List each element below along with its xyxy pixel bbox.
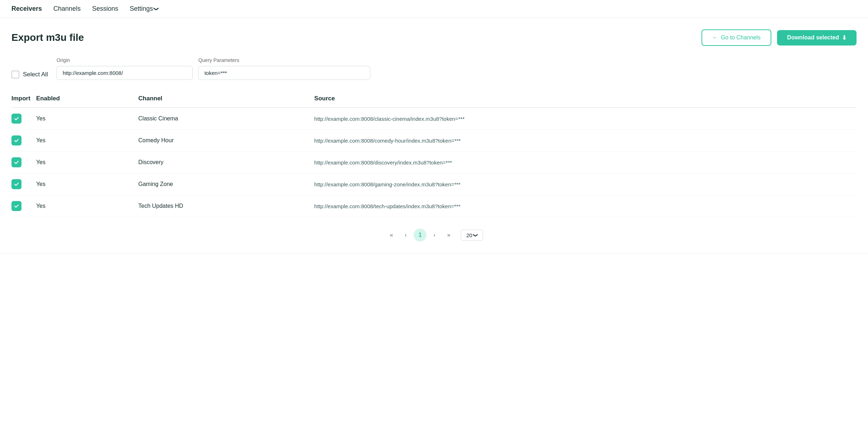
row-import-checkbox[interactable]: [11, 114, 21, 124]
per-page-selector[interactable]: 20 ❯: [461, 230, 483, 241]
row-source-cell: http://example.com:8008/classic-cinema/i…: [314, 108, 857, 130]
per-page-value: 20: [466, 232, 472, 238]
filter-row: Select All Origin Query Parameters: [11, 57, 857, 80]
nav-receivers[interactable]: Receivers: [11, 5, 42, 13]
query-params-input[interactable]: [198, 66, 370, 80]
download-icon: ⬇: [842, 34, 847, 41]
settings-chevron-icon: ❯: [154, 7, 159, 11]
row-channel-cell: Tech Updates HD: [138, 195, 314, 217]
table-row: YesDiscoveryhttp://example.com:8008/disc…: [11, 152, 857, 173]
row-import-cell: [11, 130, 36, 152]
row-channel-cell: Discovery: [138, 152, 314, 173]
table-row: YesComedy Hourhttp://example.com:8008/co…: [11, 130, 857, 152]
row-channel-cell: Gaming Zone: [138, 173, 314, 195]
main-content: Export m3u file ← Go to Channels Downloa…: [0, 18, 868, 242]
row-enabled-cell: Yes: [36, 152, 138, 173]
row-import-checkbox[interactable]: [11, 179, 21, 189]
col-source: Source: [314, 90, 857, 108]
select-all-checkbox[interactable]: [11, 71, 19, 78]
query-params-field-group: Query Parameters: [198, 57, 370, 80]
row-enabled-cell: Yes: [36, 130, 138, 152]
row-import-cell: [11, 152, 36, 173]
channels-table: Import Enabled Channel Source YesClassic…: [11, 90, 857, 217]
row-import-cell: [11, 173, 36, 195]
header-actions: ← Go to Channels Download selected ⬇: [701, 29, 857, 46]
select-all-label: Select All: [23, 71, 48, 78]
go-to-channels-button[interactable]: ← Go to Channels: [701, 29, 771, 46]
table-row: YesTech Updates HDhttp://example.com:800…: [11, 195, 857, 217]
row-channel-cell: Classic Cinema: [138, 108, 314, 130]
arrow-left-icon: ←: [712, 34, 718, 41]
row-import-checkbox[interactable]: [11, 157, 21, 167]
nav-channels[interactable]: Channels: [53, 5, 81, 13]
table-row: YesGaming Zonehttp://example.com:8008/ga…: [11, 173, 857, 195]
col-channel: Channel: [138, 90, 314, 108]
origin-label: Origin: [57, 57, 193, 63]
row-enabled-cell: Yes: [36, 173, 138, 195]
row-source-cell: http://example.com:8008/discovery/index.…: [314, 152, 857, 173]
col-enabled: Enabled: [36, 90, 138, 108]
nav-settings-label: Settings: [130, 5, 153, 13]
query-params-label: Query Parameters: [198, 57, 370, 63]
page-title: Export m3u file: [11, 32, 84, 43]
channels-table-wrap: Import Enabled Channel Source YesClassic…: [11, 90, 857, 217]
select-all-area: Select All: [11, 71, 48, 80]
nav-settings-dropdown[interactable]: Settings ❯: [130, 5, 159, 13]
table-header-row: Import Enabled Channel Source: [11, 90, 857, 108]
col-import: Import: [11, 90, 36, 108]
download-selected-button[interactable]: Download selected ⬇: [777, 30, 857, 46]
origin-input[interactable]: [57, 66, 193, 80]
row-enabled-cell: Yes: [36, 108, 138, 130]
per-page-chevron-icon: ❯: [473, 233, 478, 237]
pagination-first[interactable]: «: [385, 229, 398, 242]
pagination-next[interactable]: ›: [428, 229, 441, 242]
row-import-checkbox[interactable]: [11, 201, 21, 211]
main-nav: Receivers Channels Sessions Settings ❯: [0, 0, 868, 18]
pagination: « ‹ 1 › » 20 ❯: [11, 229, 857, 242]
header-row: Export m3u file ← Go to Channels Downloa…: [11, 29, 857, 46]
row-source-cell: http://example.com:8008/comedy-hour/inde…: [314, 130, 857, 152]
row-enabled-cell: Yes: [36, 195, 138, 217]
pagination-current-page: 1: [414, 229, 426, 242]
row-channel-cell: Comedy Hour: [138, 130, 314, 152]
row-source-cell: http://example.com:8008/tech-updates/ind…: [314, 195, 857, 217]
origin-field-group: Origin: [57, 57, 193, 80]
row-source-cell: http://example.com:8008/gaming-zone/inde…: [314, 173, 857, 195]
footer-divider: [0, 253, 868, 253]
row-import-cell: [11, 108, 36, 130]
row-import-checkbox[interactable]: [11, 135, 21, 145]
pagination-last[interactable]: »: [442, 229, 455, 242]
pagination-prev[interactable]: ‹: [399, 229, 412, 242]
download-selected-label: Download selected: [787, 34, 839, 41]
table-row: YesClassic Cinemahttp://example.com:8008…: [11, 108, 857, 130]
go-to-channels-label: Go to Channels: [721, 34, 761, 41]
row-import-cell: [11, 195, 36, 217]
nav-sessions[interactable]: Sessions: [92, 5, 118, 13]
